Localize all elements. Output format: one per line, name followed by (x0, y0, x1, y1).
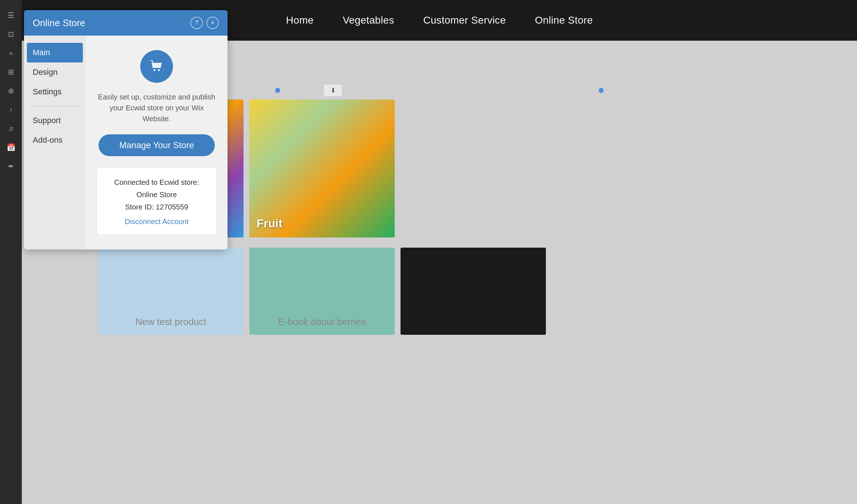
media-icon[interactable]: ⊡ (3, 26, 19, 42)
new-test-product-card[interactable]: New test product (98, 248, 244, 335)
connected-line1: Connected to Ecwid store: (114, 178, 199, 186)
panel-header: Online Store ? × (24, 10, 228, 36)
connection-text: Connected to Ecwid store: Online Store S… (108, 176, 205, 213)
svg-point-2 (158, 69, 160, 71)
calendar-icon[interactable]: 📅 (3, 139, 19, 155)
panel-content: Easily set up, customize and publish you… (86, 36, 228, 249)
left-sidebar: ☰ ⊡ ＋ ⊞ ⊕ ↑ ♬ 📅 ✒ (0, 0, 22, 504)
panel-body: Main Design Settings Support Add-ons Eas… (24, 36, 228, 249)
nav-item-online-store[interactable]: Online Store (535, 15, 593, 26)
nav-download-btn[interactable]: ⬇ (324, 85, 342, 96)
connected-line3: Store ID: 12705559 (125, 203, 188, 211)
nav-item-home[interactable]: Home (286, 15, 314, 26)
svg-point-1 (154, 69, 156, 71)
nav-divider (30, 106, 80, 106)
nav-item-customer-service[interactable]: Customer Service (423, 15, 506, 26)
fruit-label: Fruit (257, 217, 282, 230)
connection-box: Connected to Ecwid store: Online Store S… (97, 167, 217, 235)
online-store-panel: Online Store ? × Main Design Settings Su… (24, 10, 228, 249)
blog-icon[interactable]: ✒ (3, 158, 19, 174)
nav-item-vegetables[interactable]: Vegetables (343, 15, 394, 26)
music-icon[interactable]: ♬ (3, 121, 19, 137)
panel-title: Online Store (33, 17, 85, 29)
panel-nav: Main Design Settings Support Add-ons (24, 36, 86, 249)
pages-icon[interactable]: ☰ (3, 7, 19, 23)
nav-dot-right (599, 88, 604, 93)
store-icon (140, 50, 173, 83)
ebook-label: E-book about berries (249, 316, 395, 328)
panel-header-icons: ? × (190, 17, 219, 29)
upload-icon[interactable]: ↑ (3, 102, 19, 118)
panel-close-button[interactable]: × (206, 17, 219, 29)
nav-settings[interactable]: Settings (24, 82, 86, 102)
nav-design[interactable]: Design (24, 62, 86, 82)
bottom-row: New test product E-book about berries (51, 248, 857, 335)
nav-dot-left (275, 88, 280, 93)
dark-card[interactable] (401, 248, 546, 335)
layers-icon[interactable]: ⊞ (3, 64, 19, 80)
connected-line2: Online Store (136, 191, 177, 199)
panel-help-button[interactable]: ? (190, 17, 203, 29)
panel-description: Easily set up, customize and publish you… (97, 92, 217, 124)
ebook-card[interactable]: E-book about berries (249, 248, 395, 335)
disconnect-link[interactable]: Disconnect Account (108, 218, 205, 226)
nav-main[interactable]: Main (27, 43, 83, 62)
add-section-icon[interactable]: ＋ (3, 45, 19, 61)
add-apps-icon[interactable]: ⊕ (3, 83, 19, 99)
nav-addons[interactable]: Add-ons (24, 130, 86, 150)
nav-support[interactable]: Support (24, 111, 86, 130)
manage-store-button[interactable]: Manage Your Store (98, 134, 215, 156)
new-test-product-label: New test product (98, 316, 244, 328)
fruit-card[interactable]: Fruit (249, 99, 395, 237)
